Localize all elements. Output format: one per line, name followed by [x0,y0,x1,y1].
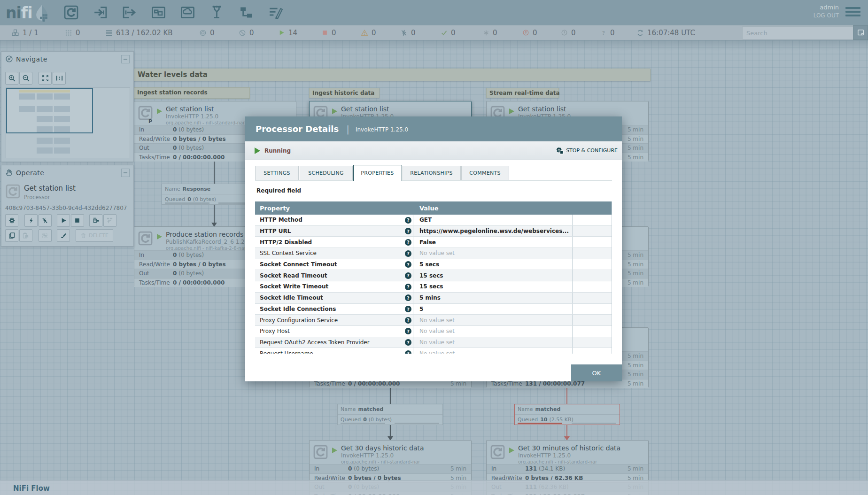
property-row[interactable]: Socket Idle Timeout?5 mins [255,293,612,304]
stop-configure-icon [556,147,564,155]
property-row[interactable]: Request Username?No value set [255,348,612,354]
tab-settings[interactable]: SETTINGS [255,166,299,180]
properties-table: PropertyValue HTTP Method?GET HTTP URL?h… [255,201,612,354]
running-status-icon [255,147,260,154]
help-icon[interactable]: ? [405,339,411,346]
help-icon[interactable]: ? [405,239,411,246]
dialog-header: Processor Details|InvokeHTTP 1.25.0 [245,116,622,141]
property-row[interactable]: Proxy Configuration Service?No value set [255,315,612,326]
tab-properties[interactable]: PROPERTIES [353,165,402,181]
dialog-title: Processor Details [256,124,339,134]
nifi-application: Water levels data Ingest station records… [0,0,868,495]
property-row[interactable]: SSL Context Service?No value set [255,248,612,259]
dialog-status-bar: RunningSTOP & CONFIGURE [245,141,622,160]
dialog-subtitle: InvokeHTTP 1.25.0 [356,125,408,133]
property-row[interactable]: Socket Write Timeout?15 secs [255,281,612,293]
help-icon[interactable]: ? [405,294,411,301]
dialog-tabs: SETTINGS SCHEDULING PROPERTIES RELATIONS… [255,165,612,180]
help-icon[interactable]: ? [405,350,411,354]
property-row[interactable]: Socket Idle Connections?5 [255,304,612,315]
help-icon[interactable]: ? [405,261,411,268]
property-row[interactable]: Socket Connect Timeout?5 secs [255,259,612,271]
help-icon[interactable]: ? [405,272,411,279]
property-row[interactable]: HTTP URL?https://www.pegelonline.wsv.de/… [255,226,612,237]
property-row[interactable]: Proxy Host?No value set [255,326,612,337]
stop-and-configure-button[interactable]: STOP & CONFIGURE [556,147,618,155]
properties-table-header: PropertyValue [255,201,612,215]
ok-button[interactable]: OK [571,364,622,381]
tab-comments[interactable]: COMMENTS [461,166,509,180]
property-row[interactable]: Socket Read Timeout?15 secs [255,270,612,281]
help-icon[interactable]: ? [405,228,411,234]
help-icon[interactable]: ? [405,317,411,324]
property-row[interactable]: HTTP/2 Disabled?False [255,237,612,248]
tab-relationships[interactable]: RELATIONSHIPS [403,166,461,180]
help-icon[interactable]: ? [405,250,411,257]
property-row[interactable]: Request OAuth2 Access Token Provider?No … [255,337,612,348]
required-field-label: Required field [256,187,301,194]
running-status-text: Running [264,147,291,154]
tab-scheduling[interactable]: SCHEDULING [300,166,353,180]
help-icon[interactable]: ? [405,306,411,312]
processor-details-dialog: Processor Details|InvokeHTTP 1.25.0 Runn… [245,116,622,381]
help-icon[interactable]: ? [405,217,411,224]
help-icon[interactable]: ? [405,284,411,290]
help-icon[interactable]: ? [405,328,411,334]
property-row[interactable]: HTTP Method?GET [255,215,612,226]
